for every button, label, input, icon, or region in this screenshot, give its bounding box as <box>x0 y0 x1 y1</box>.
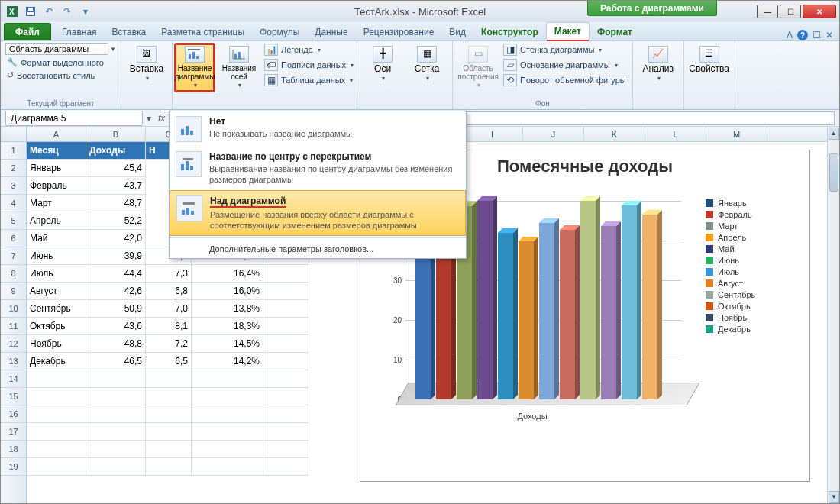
help-icon[interactable]: ? <box>797 30 808 40</box>
tab-home[interactable]: Главная <box>54 24 105 40</box>
row-header[interactable]: 6 <box>1 230 26 247</box>
cell[interactable]: 14,5% <box>192 335 263 353</box>
redo-icon[interactable]: ↷ <box>59 4 76 19</box>
legend-item[interactable]: Июль <box>706 267 805 276</box>
empty-cell[interactable] <box>263 335 309 353</box>
table-header[interactable]: Месяц <box>27 142 86 160</box>
empty-cell[interactable] <box>263 458 309 476</box>
cell[interactable]: Март <box>27 195 86 212</box>
cell[interactable]: 7,2 <box>146 335 192 353</box>
legend-item[interactable]: Январь <box>706 199 805 208</box>
qat-dropdown-icon[interactable]: ▾ <box>77 4 94 19</box>
chart-bar[interactable] <box>580 201 596 399</box>
tab-insert[interactable]: Вставка <box>105 24 154 40</box>
tab-layout[interactable]: Макет <box>546 22 590 40</box>
cell[interactable]: 7,0 <box>146 300 192 318</box>
empty-cell[interactable] <box>27 441 86 458</box>
row-header[interactable]: 17 <box>1 423 26 441</box>
empty-cell[interactable] <box>146 423 192 441</box>
save-icon[interactable] <box>22 4 39 19</box>
row-header[interactable]: 16 <box>1 405 26 423</box>
scroll-up-icon[interactable]: ▲ <box>829 128 839 140</box>
cell[interactable]: 39,9 <box>86 247 146 265</box>
column-header[interactable]: I <box>462 127 523 141</box>
empty-cell[interactable] <box>263 265 309 283</box>
empty-cell[interactable] <box>263 388 309 405</box>
chart-bar[interactable] <box>477 201 493 399</box>
row-header[interactable]: 18 <box>1 441 26 458</box>
row-header[interactable]: 15 <box>1 388 26 405</box>
row-header[interactable]: 1 <box>1 142 26 160</box>
vertical-scrollbar[interactable]: ▲ ▼ <box>827 127 839 504</box>
chart-bar[interactable] <box>642 215 657 399</box>
empty-cell[interactable] <box>263 405 309 423</box>
empty-cell[interactable] <box>263 370 309 388</box>
cell[interactable]: 16,4% <box>192 265 263 283</box>
empty-cell[interactable] <box>192 423 263 441</box>
legend-item[interactable]: Март <box>706 221 805 231</box>
row-header[interactable]: 14 <box>1 370 26 388</box>
row-header[interactable]: 19 <box>1 458 26 476</box>
namebox-dropdown-icon[interactable]: ▾ <box>143 113 155 124</box>
option-none[interactable]: НетНе показывать название диаграммы <box>170 111 466 147</box>
row-header[interactable]: 9 <box>1 283 26 300</box>
undo-icon[interactable]: ↶ <box>40 4 57 19</box>
empty-cell[interactable] <box>86 388 146 405</box>
cell[interactable]: Май <box>27 230 86 247</box>
cell[interactable]: 14,2% <box>192 353 263 370</box>
empty-cell[interactable] <box>263 300 309 318</box>
cell[interactable]: Январь <box>27 160 86 177</box>
cell[interactable]: 42,6 <box>86 283 146 300</box>
maximize-button[interactable]: ☐ <box>780 5 801 18</box>
cell[interactable]: Август <box>27 283 86 300</box>
cell[interactable]: 8,1 <box>146 318 192 335</box>
column-header[interactable]: M <box>706 127 767 141</box>
cell[interactable]: 6,5 <box>146 353 192 370</box>
legend-item[interactable]: Май <box>706 244 805 254</box>
empty-cell[interactable] <box>27 423 86 441</box>
row-header[interactable]: 13 <box>1 353 26 370</box>
row-header[interactable]: 5 <box>1 212 26 230</box>
empty-cell[interactable] <box>146 458 192 476</box>
tab-design[interactable]: Конструктор <box>473 24 546 40</box>
empty-cell[interactable] <box>27 458 86 476</box>
empty-cell[interactable] <box>146 388 192 405</box>
row-header[interactable]: 8 <box>1 265 26 283</box>
empty-cell[interactable] <box>27 370 86 388</box>
column-header[interactable]: J <box>523 127 584 141</box>
plot-area-button[interactable]: ▭Область построения▾ <box>457 43 499 92</box>
chart-wall-button[interactable]: ◨Стенка диаграммы▾ <box>502 43 628 57</box>
empty-cell[interactable] <box>192 405 263 423</box>
column-header[interactable]: K <box>584 127 645 141</box>
chart-title-button[interactable]: Название диаграммы▾ <box>174 43 215 92</box>
empty-cell[interactable] <box>263 441 309 458</box>
legend-item[interactable]: Февраль <box>706 210 805 219</box>
cell[interactable]: 43,7 <box>86 177 146 195</box>
empty-cell[interactable] <box>146 405 192 423</box>
cell[interactable]: 44,4 <box>86 265 146 283</box>
empty-cell[interactable] <box>263 283 309 300</box>
empty-cell[interactable] <box>192 370 263 388</box>
cell[interactable]: Ноябрь <box>27 335 86 353</box>
empty-cell[interactable] <box>86 370 146 388</box>
cell[interactable]: Апрель <box>27 212 86 230</box>
cell[interactable]: 52,2 <box>86 212 146 230</box>
chart-bar[interactable] <box>498 233 513 399</box>
legend-item[interactable]: Ноябрь <box>706 313 805 322</box>
option-above[interactable]: Над диаграммойРазмещение названия вверху… <box>170 190 466 237</box>
row-header[interactable]: 3 <box>1 177 26 195</box>
cell[interactable]: Июнь <box>27 247 86 265</box>
empty-cell[interactable] <box>86 405 146 423</box>
cell[interactable]: 48,8 <box>86 335 146 353</box>
properties-button[interactable]: ☰Свойства <box>689 43 730 77</box>
cell[interactable]: 18,3% <box>192 318 263 335</box>
data-labels-button[interactable]: 🏷Подписи данных▾ <box>263 58 355 72</box>
cell[interactable]: 45,4 <box>86 160 146 177</box>
gridlines-button[interactable]: ▦Сетка▾ <box>406 43 447 86</box>
cell[interactable]: Октябрь <box>27 318 86 335</box>
excel-icon[interactable]: X <box>4 4 21 19</box>
select-all-corner[interactable] <box>1 127 27 141</box>
empty-cell[interactable] <box>263 353 309 370</box>
cell[interactable]: 16,0% <box>192 283 263 300</box>
cell[interactable]: Февраль <box>27 177 86 195</box>
